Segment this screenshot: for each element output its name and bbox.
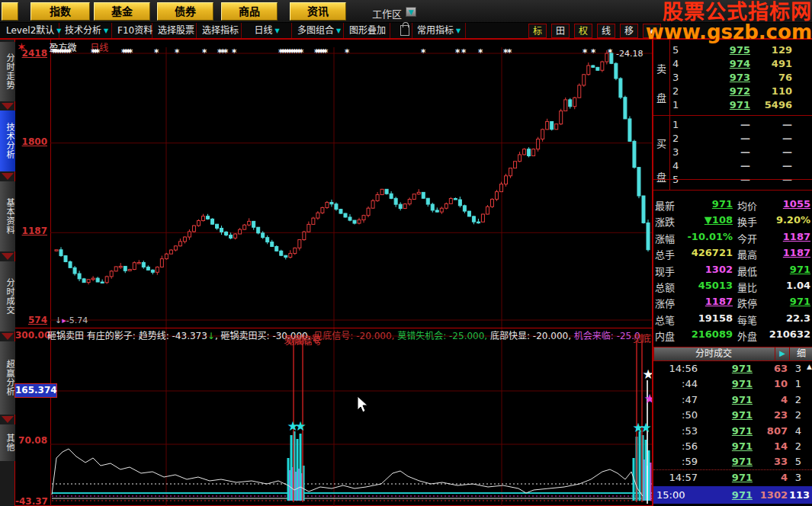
lock-icon[interactable] (400, 25, 409, 36)
svg-text:★: ★ (644, 391, 652, 406)
tick-volume: 4 (753, 394, 788, 405)
tick-time: :59 (655, 456, 698, 467)
buy-row-1[interactable]: 1—— (670, 119, 812, 133)
book-volume: 5496 (753, 99, 792, 110)
tick-count: 3 (788, 363, 801, 374)
indicator-panel[interactable]: 300.00 70.08 -43.37 165.374 ★★★★★★ 砸锅卖田 … (15, 328, 652, 506)
current-time: 15:00 (656, 486, 685, 504)
buy-row-5[interactable]: 5—— (670, 174, 812, 187)
sidebar-item-4[interactable]: 分时成交 (0, 261, 15, 331)
tick-list-header: 分时成交 ▶ 细 (653, 347, 812, 361)
menu-button-1[interactable]: 指数 (30, 2, 90, 21)
book-price: 972 (701, 85, 750, 97)
stat-value: 45013 (676, 280, 733, 291)
toolbar-item-6[interactable]: 日线▼ (242, 23, 292, 38)
book-price: 974 (701, 58, 750, 69)
sell-row-1[interactable]: 19715496 (670, 99, 812, 113)
book-price: — (701, 133, 750, 144)
signal-marker-icon: * (67, 47, 72, 58)
signal-marker-icon: * (95, 47, 100, 58)
sidebar-item-5[interactable]: 超赢分析 (0, 341, 15, 415)
tick-row-6: :56971142 (653, 440, 812, 456)
tick-price: 971 (721, 456, 753, 467)
sell-row-2[interactable]: 2972110 (670, 85, 812, 99)
buy-row-2[interactable]: 2—— (670, 133, 812, 146)
toolbar-item-7[interactable]: 多图组合▼ (293, 23, 344, 38)
sidebar-item-1[interactable]: 分时走势 (0, 42, 15, 101)
indicator-header: 砸锅卖田 有庄的影子: 趋势线: -43.373↓, 砸锅卖田买: -30.00… (47, 328, 652, 341)
toolbar-item-8[interactable]: 图形叠加 (345, 23, 390, 38)
signal-text-overlay: 见底 (633, 331, 651, 344)
detail-button[interactable]: 细 (791, 347, 811, 360)
stat-label: 总手 (655, 247, 675, 261)
toolbar-icon-1[interactable]: 标 (528, 24, 547, 38)
toolbar-item-1[interactable]: Level2默认▼ (2, 23, 59, 38)
book-volume: — (753, 133, 792, 144)
tick-row-7: :59971335 (653, 456, 812, 471)
signal-marker-icon: * (323, 47, 328, 58)
toolbar-item-2[interactable]: 技术分析▼ (60, 23, 112, 38)
signal-marker-icon: * (202, 47, 207, 58)
stat-value: 1187 (757, 231, 810, 242)
signal-marker-icon: * (591, 47, 595, 58)
book-level: 4 (672, 58, 679, 69)
toolbar-item-label: 常用指标 (417, 25, 454, 36)
tick-price: 971 (721, 378, 753, 389)
main-chart-panel[interactable]: 241818001187574 ✶ 盈方微 日线 ***************… (15, 40, 652, 328)
order-book: 卖 盘 买 盘 59751294974491397376297211019715… (653, 40, 812, 191)
app-window: 指数基金债券商品资讯 工作区 ▼ Level2默认▼技术分析▼F10资料选择股票… (0, 0, 812, 506)
sidebar-divider (2, 333, 14, 340)
sell-row-4[interactable]: 4974491 (670, 58, 812, 72)
toolbar-icon-2[interactable]: 田 (551, 24, 570, 38)
tick-time: :56 (655, 440, 698, 452)
book-volume: — (753, 160, 792, 171)
toolbar-icon-5[interactable]: 移 (620, 24, 638, 38)
toolbar-icon-3[interactable]: 权 (574, 24, 592, 38)
stat-value: 971 (676, 198, 733, 210)
stat-value: 971 (757, 264, 810, 275)
partial-menu-button[interactable] (2, 2, 18, 21)
stat-value: 971 (757, 296, 810, 307)
toolbar-icon-6[interactable]: ▲ (643, 24, 661, 38)
workspace-dropdown-icon[interactable]: ▼ (406, 7, 416, 17)
play-icon[interactable]: ▶ (775, 347, 790, 360)
sell-row-3[interactable]: 397376 (670, 72, 812, 85)
book-price: — (701, 119, 750, 130)
sidebar-item-3[interactable]: 基本资料 (0, 181, 15, 251)
tick-row-3: :4797142 (653, 394, 812, 409)
pin-icon[interactable]: ✶ (17, 40, 27, 54)
current-price: 971 (721, 486, 753, 504)
sidebar-item-6[interactable]: 其他 (0, 424, 15, 461)
toolbar-item-common-indicators[interactable]: 常用指标▼ (412, 23, 466, 38)
stat-value: 426721 (676, 247, 733, 258)
toolbar-item-4[interactable]: 选择股票 (153, 23, 197, 38)
signal-marker-icon: * (455, 47, 460, 58)
sell-row-5[interactable]: 5975129 (670, 44, 812, 58)
toolbar-icon-4[interactable]: 线 (597, 24, 615, 38)
menu-button-2[interactable]: 基金 (94, 2, 150, 21)
stat-value: -10.01% (676, 231, 733, 242)
candlestick-chart (15, 40, 652, 328)
stat-label: 每笔 (737, 312, 757, 327)
chevron-down-icon: ▼ (274, 27, 279, 34)
stat-label: 涨幅 (655, 231, 675, 245)
signal-marker-icon: * (507, 47, 512, 58)
buy-row-4[interactable]: 4—— (670, 160, 812, 174)
menu-button-5[interactable]: 资讯 (290, 2, 346, 21)
sidebar-item-2[interactable]: 技术分析 (0, 110, 15, 171)
buy-label: 盘 (656, 169, 666, 184)
buy-row-3[interactable]: 3—— (670, 146, 812, 160)
tick-row-1: 14:56971633 (653, 363, 812, 378)
tick-price: 971 (721, 440, 753, 452)
tick-price: 971 (721, 363, 753, 374)
menu-button-3[interactable]: 债券 (157, 2, 213, 21)
stat-value: 1187 (676, 296, 733, 307)
toolbar-item-5[interactable]: 选择指标 (197, 23, 242, 38)
tick-count: 2 (788, 394, 801, 405)
menu-button-4[interactable]: 商品 (221, 2, 278, 21)
stat-label: 外盘 (737, 328, 757, 343)
signal-marker-icon: * (608, 47, 612, 58)
tick-list[interactable]: ▲ 14:56971633:44971101:4797142:50971232:… (653, 361, 812, 486)
tick-count: 3 (788, 472, 801, 483)
toolbar-item-3[interactable]: F10资料 (113, 23, 152, 38)
